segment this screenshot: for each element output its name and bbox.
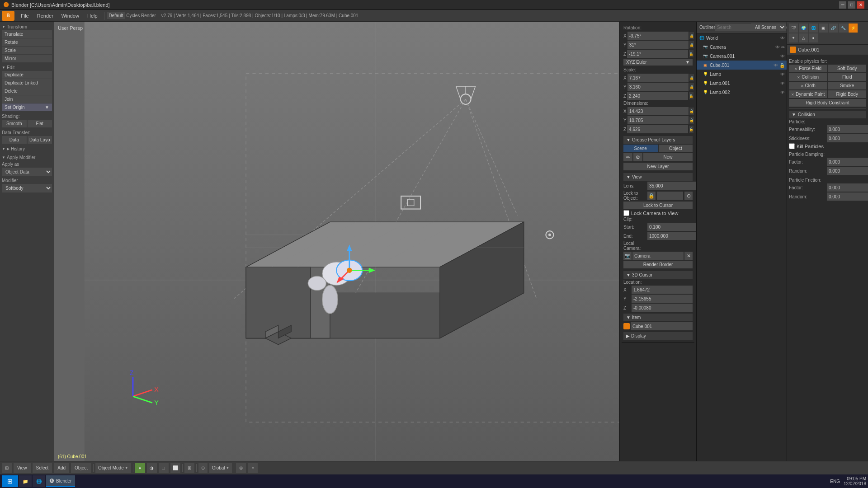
material-mode-icon[interactable]: ◑ (147, 463, 157, 473)
dim-x-lock[interactable]: 🔒 (689, 108, 694, 115)
gp-settings-icon[interactable]: ⚙ (633, 153, 642, 161)
mode-select[interactable]: Object Mode ▼ (95, 463, 131, 473)
item-section-title[interactable]: ▼ Item (623, 314, 693, 321)
cursor-x-input[interactable] (632, 286, 693, 294)
scale-z-lock[interactable]: 🔒 (689, 92, 693, 99)
rotation-y-input[interactable] (627, 41, 689, 49)
physics-icon[interactable]: ⚡ (849, 23, 858, 33)
file-explorer-icon[interactable]: 📁 (19, 475, 32, 487)
lock-to-cursor-button[interactable]: Lock to Cursor (623, 202, 693, 209)
cursor-z-input[interactable] (632, 304, 693, 312)
fluid-button[interactable]: Fluid (828, 73, 867, 81)
scale-button[interactable]: Scale (2, 47, 52, 54)
stickiness-input[interactable] (827, 134, 868, 142)
gp-pencil-icon[interactable]: ✏ (623, 153, 632, 161)
scale-x-input[interactable] (627, 74, 689, 82)
xyz-euler-button[interactable]: XYZ Euler ▼ (623, 59, 693, 66)
scale-x-lock[interactable]: 🔒 (689, 74, 694, 81)
camera001-eye-icon[interactable]: 👁 (780, 54, 785, 59)
snap-icon[interactable]: ⊕ (236, 463, 246, 473)
add-menu[interactable]: Add (54, 463, 69, 473)
translate-button[interactable]: Translate (2, 30, 52, 38)
dim-y-input[interactable] (627, 116, 689, 124)
menu-file[interactable]: File (17, 11, 33, 21)
transform-orient-select[interactable]: Global ▼ (209, 463, 232, 473)
data-props-icon[interactable]: △ (799, 33, 808, 42)
render-props-icon[interactable]: 🎬 (789, 23, 798, 33)
dim-y-lock[interactable]: 🔒 (689, 117, 694, 124)
data-button[interactable]: Data (2, 136, 27, 144)
smoke-button[interactable]: Smoke (828, 82, 867, 89)
edit-title[interactable]: Edit (2, 64, 52, 71)
object-menu[interactable]: Object (71, 463, 91, 473)
dim-z-input[interactable] (627, 125, 688, 133)
pd-random-input[interactable] (827, 167, 868, 175)
outliner-lamp002[interactable]: 💡 Lamp.002 👁 (697, 88, 787, 97)
viewport[interactable]: User Persp (54, 22, 696, 461)
select-menu[interactable]: Select (33, 463, 52, 473)
camera-edit-icon[interactable]: ✏ (781, 45, 785, 50)
rotation-z-input[interactable] (627, 50, 688, 58)
view-section-title[interactable]: ▼ View (623, 173, 693, 181)
pd-factor-input[interactable] (827, 158, 868, 166)
cursor-y-input[interactable] (632, 295, 693, 303)
outliner-lamp[interactable]: 💡 Lamp 👁 (697, 70, 787, 79)
close-button[interactable]: ✕ (857, 1, 864, 9)
outliner-world[interactable]: 🌐 World 👁 (697, 33, 787, 42)
rigid-body-constraint-button[interactable]: Rigid Body Constraint (789, 99, 866, 107)
object-props-icon[interactable]: ▣ (819, 23, 828, 33)
viewport-type-icon[interactable]: ⊞ (2, 463, 12, 473)
duplicate-linked-button[interactable]: Duplicate Linked (2, 79, 52, 87)
duplicate-button[interactable]: Duplicate (2, 71, 52, 79)
gp-new-button[interactable]: New (643, 153, 693, 161)
view-menu[interactable]: View (14, 463, 31, 473)
delete-button[interactable]: Delete (2, 87, 52, 95)
dim-z-lock[interactable]: 🔒 (689, 126, 693, 133)
dynamic-paint-button[interactable]: ✕ Dynamic Paint (789, 90, 827, 98)
gp-scene-tab[interactable]: Scene (623, 145, 658, 152)
apply-as-select[interactable]: Object Data (2, 168, 52, 176)
lock-camera-checkbox[interactable] (623, 210, 629, 216)
grease-pencil-title[interactable]: ▼ Grease Pencil Layers (623, 136, 693, 144)
cursor-3d-title[interactable]: ▼ 3D Cursor (623, 271, 693, 279)
collision-title[interactable]: ▼ Collision (789, 111, 866, 118)
modifier-icon[interactable]: 🔧 (839, 23, 848, 33)
world-props-icon[interactable]: 🌐 (809, 23, 818, 33)
constraints-icon[interactable]: 🔗 (829, 23, 838, 33)
outliner-camera001[interactable]: 📷 Camera.001 👁 (697, 52, 787, 61)
force-field-button[interactable]: ✕ Force Field (789, 65, 827, 72)
history-title[interactable]: ▶ History (2, 145, 52, 152)
lamp-eye-icon[interactable]: 👁 (780, 72, 785, 77)
collision-button[interactable]: ✕ Collision (789, 73, 827, 81)
rigid-body-button[interactable]: Rigid Body (828, 90, 867, 98)
rotation-x-lock[interactable]: 🔒 (689, 32, 694, 39)
camera-clear[interactable]: ✕ (684, 252, 693, 260)
cube001-restrict-icon[interactable]: 🔒 (779, 63, 785, 68)
scale-y-input[interactable] (627, 83, 689, 91)
viewport-display-icon[interactable]: ⊞ (184, 463, 194, 473)
set-origin-button[interactable]: Set Origin ▼ (2, 103, 52, 111)
minimize-button[interactable]: ─ (839, 1, 846, 9)
rotation-x-input[interactable] (627, 32, 689, 40)
cloth-button[interactable]: ✕ Cloth (789, 82, 827, 89)
scale-z-input[interactable] (627, 92, 688, 100)
rotate-button[interactable]: Rotate (2, 38, 52, 46)
clip-end-input[interactable] (647, 232, 696, 240)
material-icon[interactable]: ● (809, 33, 818, 42)
cube001-eye-icon[interactable]: 👁 (774, 63, 778, 68)
gp-new-layer-button[interactable]: New Layer (623, 163, 693, 170)
camera-eye-icon[interactable]: 👁 (775, 45, 780, 50)
lens-input[interactable] (647, 182, 696, 190)
proportional-icon[interactable]: ○ (248, 463, 258, 473)
outliner-lamp001[interactable]: 💡 Lamp.001 👁 (697, 79, 787, 88)
display-section-title[interactable]: ▶ Display (623, 332, 693, 340)
maximize-button[interactable]: □ (848, 1, 855, 9)
apply-modifier-title[interactable]: Apply Modifier (2, 154, 52, 161)
modifier-select[interactable]: Softbody (2, 184, 52, 192)
item-name-input[interactable] (631, 322, 693, 330)
gp-object-tab[interactable]: Object (659, 145, 693, 152)
transform-title[interactable]: Transform (2, 23, 52, 30)
lock-object-select[interactable]: ⊙ (684, 192, 693, 200)
smooth-button[interactable]: Smooth (2, 120, 27, 127)
soft-body-button[interactable]: Soft Body (828, 65, 867, 72)
